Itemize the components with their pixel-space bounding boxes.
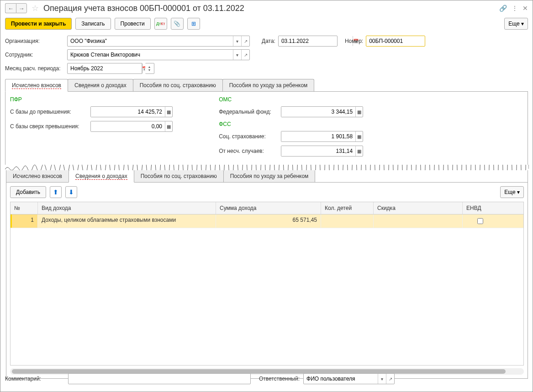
org-open-icon[interactable]: ↗ <box>241 36 249 46</box>
th-envd[interactable]: ЕНВД <box>463 202 497 214</box>
calc-icon[interactable]: ▦ <box>355 131 363 141</box>
envd-checkbox[interactable] <box>477 218 483 224</box>
tab-income-info[interactable]: Сведения о доходах <box>68 79 133 91</box>
calc-icon[interactable]: ▦ <box>355 146 363 156</box>
tab2-social-benefits[interactable]: Пособия по соц. страхованию <box>134 170 224 182</box>
employee-open-icon[interactable]: ↗ <box>241 50 249 60</box>
tab-calculated[interactable]: Исчислено взносов <box>5 79 68 92</box>
link-icon[interactable]: 🔗 <box>499 5 507 12</box>
tab-social-benefits[interactable]: Пособия по соц. страхованию <box>133 79 223 91</box>
add-row-button[interactable]: Добавить <box>10 186 46 198</box>
date-input[interactable] <box>279 38 353 44</box>
fss-title: ФСС <box>219 121 409 127</box>
oms-title: ОМС <box>219 96 409 103</box>
oms-fed-input[interactable] <box>281 107 355 117</box>
th-kids-count[interactable]: Кол. детей <box>321 202 374 214</box>
period-label: Месяц расч. периода: <box>5 65 64 72</box>
th-number[interactable]: № <box>11 202 38 214</box>
save-button[interactable]: Записать <box>75 18 111 30</box>
responsible-open-icon[interactable]: ↗ <box>386 374 394 384</box>
nav-back-button[interactable]: ← <box>5 3 16 13</box>
calc-icon[interactable]: ▦ <box>355 107 363 117</box>
oms-fed-label: Федеральный фонд: <box>219 109 278 115</box>
more-button[interactable]: Еще ▾ <box>504 18 528 30</box>
fss-acc-input[interactable] <box>281 146 355 156</box>
employee-label: Сотрудник: <box>5 52 64 58</box>
responsible-label: Ответственный: <box>259 376 300 382</box>
employee-dropdown-icon[interactable]: ▾ <box>233 50 241 60</box>
th-income-sum[interactable]: Сумма дохода <box>216 202 321 214</box>
favorite-star-icon[interactable]: ☆ <box>32 3 39 13</box>
tab2-income-info[interactable]: Сведения о доходах <box>69 170 134 183</box>
cell-discount[interactable] <box>374 214 463 228</box>
table-more-button[interactable]: Еще ▾ <box>500 186 524 198</box>
org-input[interactable] <box>68 38 233 44</box>
calc-icon[interactable]: ▦ <box>165 121 172 131</box>
pfr-above-input[interactable] <box>91 121 165 131</box>
number-input[interactable] <box>366 38 440 44</box>
post-and-close-button[interactable]: Провести и закрыть <box>5 18 72 30</box>
cell-envd[interactable] <box>463 214 497 228</box>
nav-forward-button[interactable]: → <box>16 3 27 13</box>
th-discount[interactable]: Скидка <box>374 202 463 214</box>
date-label: Дата: <box>262 38 275 44</box>
pfr-above-label: С базы сверх превышения: <box>10 123 88 130</box>
attachment-button[interactable]: 📎 <box>171 18 184 30</box>
tab2-calculated[interactable]: Исчислено взносов <box>6 170 69 182</box>
close-icon[interactable]: ✕ <box>522 5 528 12</box>
kebab-menu-icon[interactable]: ⋮ <box>512 5 518 12</box>
fss-acc-label: От несч. случаев: <box>219 148 278 154</box>
fss-soc-label: Соц. страхование: <box>219 133 278 140</box>
responsible-dropdown-icon[interactable]: ▾ <box>378 374 386 384</box>
pfr-below-label: С базы до превышения: <box>10 109 88 115</box>
cell-income-sum[interactable]: 65 571,45 <box>216 214 321 228</box>
comment-label: Комментарий: <box>5 376 64 382</box>
tab2-childcare-benefits[interactable]: Пособия по уходу за ребенком <box>223 170 316 182</box>
org-dropdown-icon[interactable]: ▾ <box>233 36 241 46</box>
cell-kids[interactable] <box>321 214 374 228</box>
period-stepper[interactable]: ▲▼ <box>145 63 153 73</box>
pfr-below-input[interactable] <box>91 107 165 117</box>
th-income-type[interactable]: Вид дохода <box>38 202 216 214</box>
period-input[interactable] <box>68 65 142 72</box>
fss-soc-input[interactable] <box>281 131 355 141</box>
cell-income-type[interactable]: Доходы, целиком облагаемые страховыми вз… <box>38 214 216 228</box>
responsible-input[interactable] <box>304 376 378 382</box>
dtkt-button[interactable]: ДтКт <box>154 18 167 30</box>
move-up-button[interactable]: ⬆ <box>50 186 62 198</box>
employee-input[interactable] <box>68 52 233 58</box>
post-button[interactable]: Провести <box>115 18 151 30</box>
table-row[interactable]: 1 Доходы, целиком облагаемые страховыми … <box>11 214 523 228</box>
table-empty-area <box>11 228 523 365</box>
cell-number[interactable]: 1 <box>11 214 38 228</box>
comment-input[interactable] <box>69 376 250 382</box>
pfr-title: ПФР <box>10 96 201 103</box>
structure-button[interactable]: ⊞ <box>187 18 200 30</box>
calc-icon[interactable]: ▦ <box>165 107 172 117</box>
tab-childcare-benefits[interactable]: Пособия по уходу за ребенком <box>222 79 315 91</box>
window-title: Операция учета взносов 00БП-000001 от 03… <box>43 4 496 13</box>
org-label: Организация: <box>5 38 64 44</box>
number-label: Номер: <box>345 38 363 44</box>
move-down-button[interactable]: ⬇ <box>65 186 77 198</box>
